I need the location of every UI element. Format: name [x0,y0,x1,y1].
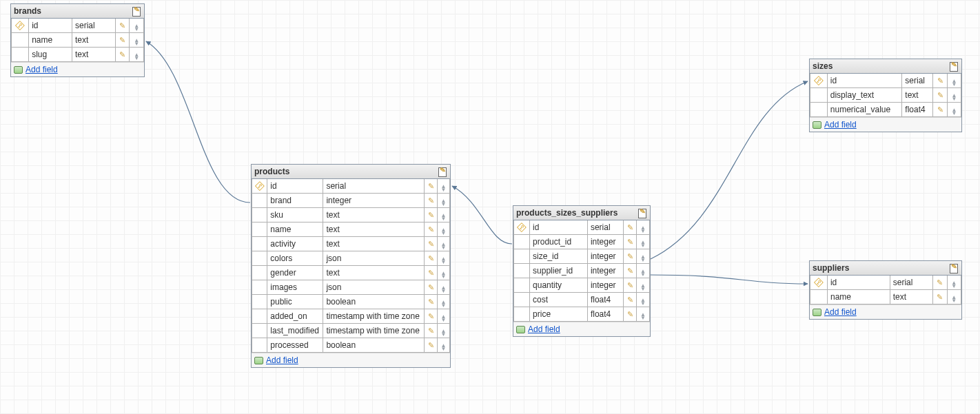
reorder-field-cell[interactable]: ▲▼ [947,74,961,88]
edit-field-cell[interactable]: ✎ [933,276,947,290]
field-row[interactable]: ⚿idserial✎▲▼ [12,19,144,33]
reorder-field-cell[interactable]: ▲▼ [437,194,449,208]
reorder-field-cell[interactable]: ▲▼ [437,309,449,324]
edit-field-cell[interactable]: ✎ [624,293,637,307]
edit-table-icon[interactable] [949,263,959,273]
field-row[interactable]: supplier_idinteger✎▲▼ [514,264,650,278]
reorder-field-cell[interactable]: ▲▼ [947,103,961,117]
reorder-field-cell[interactable]: ▲▼ [437,324,449,338]
table-header[interactable]: sizes [810,59,961,74]
field-row[interactable]: nametext✎▲▼ [12,33,144,48]
edit-table-icon[interactable] [438,167,447,176]
table-header[interactable]: products [252,165,450,179]
reorder-field-cell[interactable]: ▲▼ [947,88,961,103]
field-row[interactable]: display_texttext✎▲▼ [810,88,961,103]
field-row[interactable]: size_idinteger✎▲▼ [514,249,650,264]
field-row[interactable]: slugtext✎▲▼ [12,48,144,62]
edit-field-cell[interactable]: ✎ [624,264,637,278]
reorder-field-cell[interactable]: ▲▼ [637,264,650,278]
edit-field-cell[interactable]: ✎ [115,48,130,62]
add-field-row[interactable]: Add field [810,304,961,319]
field-row[interactable]: product_idinteger✎▲▼ [514,235,650,249]
reorder-field-cell[interactable]: ▲▼ [130,33,144,48]
field-row[interactable]: pricefloat4✎▲▼ [514,307,650,322]
field-row[interactable]: last_modifiedtimestamp with time zone✎▲▼ [252,324,450,338]
edit-field-cell[interactable]: ✎ [425,208,437,222]
field-row[interactable]: publicboolean✎▲▼ [252,295,450,309]
field-row[interactable]: ⚿idserial✎▲▼ [514,220,650,235]
reorder-field-cell[interactable]: ▲▼ [637,235,650,249]
edit-table-icon[interactable] [637,208,647,218]
reorder-field-cell[interactable]: ▲▼ [437,295,449,309]
table-suppliers[interactable]: suppliers⚿idserial✎▲▼nametext✎▲▼Add fiel… [809,260,962,320]
edit-field-cell[interactable]: ✎ [624,220,637,235]
reorder-field-cell[interactable]: ▲▼ [437,280,449,295]
edit-field-cell[interactable]: ✎ [425,194,437,208]
reorder-field-cell[interactable]: ▲▼ [437,266,449,280]
edit-field-cell[interactable]: ✎ [425,295,437,309]
reorder-field-cell[interactable]: ▲▼ [437,208,449,222]
reorder-field-cell[interactable]: ▲▼ [637,249,650,264]
field-row[interactable]: nametext✎▲▼ [252,222,450,237]
field-row[interactable]: ⚿idserial✎▲▼ [810,74,961,88]
reorder-field-cell[interactable]: ▲▼ [437,251,449,266]
table-header[interactable]: products_sizes_suppliers [513,206,650,220]
reorder-field-cell[interactable]: ▲▼ [637,307,650,322]
reorder-field-cell[interactable]: ▲▼ [437,179,449,194]
field-row[interactable]: activitytext✎▲▼ [252,237,450,251]
reorder-field-cell[interactable]: ▲▼ [437,222,449,237]
add-field-link[interactable]: Add field [528,324,560,334]
edit-field-cell[interactable]: ✎ [425,179,437,194]
table-sizes[interactable]: sizes⚿idserial✎▲▼display_texttext✎▲▼nume… [809,59,962,132]
table-header[interactable]: brands [11,4,144,19]
add-field-row[interactable]: Add field [810,117,961,132]
reorder-field-cell[interactable]: ▲▼ [130,19,144,33]
edit-field-cell[interactable]: ✎ [115,33,130,48]
edit-field-cell[interactable]: ✎ [425,309,437,324]
edit-field-cell[interactable]: ✎ [425,338,437,353]
edit-field-cell[interactable]: ✎ [425,222,437,237]
field-row[interactable]: ⚿idserial✎▲▼ [252,179,450,194]
field-row[interactable]: quantityinteger✎▲▼ [514,278,650,293]
add-field-link[interactable]: Add field [824,120,857,130]
field-row[interactable]: costfloat4✎▲▼ [514,293,650,307]
table-header[interactable]: suppliers [810,261,961,276]
reorder-field-cell[interactable]: ▲▼ [437,338,449,353]
table-pss[interactable]: products_sizes_suppliers⚿idserial✎▲▼prod… [513,205,651,337]
edit-field-cell[interactable]: ✎ [624,249,637,264]
table-products[interactable]: products⚿idserial✎▲▼brandinteger✎▲▼skute… [251,164,451,368]
add-field-row[interactable]: Add field [11,62,144,76]
reorder-field-cell[interactable]: ▲▼ [637,278,650,293]
field-row[interactable]: skutext✎▲▼ [252,208,450,222]
add-field-link[interactable]: Add field [266,355,298,365]
edit-field-cell[interactable]: ✎ [624,278,637,293]
reorder-field-cell[interactable]: ▲▼ [130,48,144,62]
edit-field-cell[interactable]: ✎ [933,290,947,304]
reorder-field-cell[interactable]: ▲▼ [637,220,650,235]
field-row[interactable]: imagesjson✎▲▼ [252,280,450,295]
field-row[interactable]: nametext✎▲▼ [810,290,961,304]
edit-field-cell[interactable]: ✎ [933,103,947,117]
edit-field-cell[interactable]: ✎ [933,74,947,88]
add-field-row[interactable]: Add field [252,353,450,367]
field-row[interactable]: gendertext✎▲▼ [252,266,450,280]
edit-field-cell[interactable]: ✎ [425,280,437,295]
edit-field-cell[interactable]: ✎ [624,307,637,322]
add-field-link[interactable]: Add field [824,307,857,317]
field-row[interactable]: colorsjson✎▲▼ [252,251,450,266]
add-field-row[interactable]: Add field [513,322,650,336]
field-row[interactable]: ⚿idserial✎▲▼ [810,276,961,290]
edit-field-cell[interactable]: ✎ [425,251,437,266]
field-row[interactable]: added_ontimestamp with time zone✎▲▼ [252,309,450,324]
reorder-field-cell[interactable]: ▲▼ [637,293,650,307]
reorder-field-cell[interactable]: ▲▼ [947,290,961,304]
reorder-field-cell[interactable]: ▲▼ [947,276,961,290]
edit-field-cell[interactable]: ✎ [115,19,130,33]
table-brands[interactable]: brands⚿idserial✎▲▼nametext✎▲▼slugtext✎▲▼… [10,3,145,77]
edit-field-cell[interactable]: ✎ [933,88,947,103]
edit-table-icon[interactable] [132,6,141,16]
field-row[interactable]: processedboolean✎▲▼ [252,338,450,353]
field-row[interactable]: numerical_valuefloat4✎▲▼ [810,103,961,117]
add-field-link[interactable]: Add field [25,65,58,74]
reorder-field-cell[interactable]: ▲▼ [437,237,449,251]
